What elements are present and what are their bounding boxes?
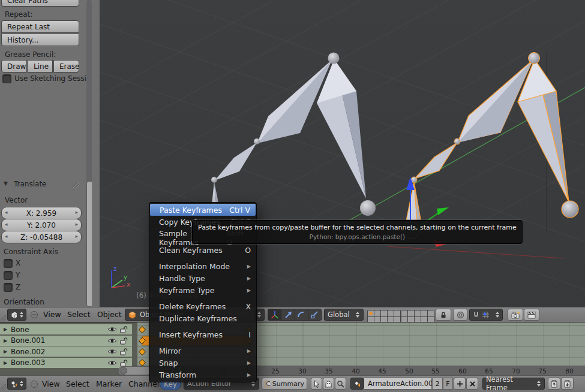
- region-corner-grip[interactable]: [1, 383, 7, 390]
- magnet-icon: [472, 311, 480, 319]
- action-users-count[interactable]: 2: [432, 378, 443, 390]
- manipulator-enable-button[interactable]: [268, 309, 281, 321]
- visibility-eye-icon[interactable]: [107, 348, 117, 355]
- menu-item-transform[interactable]: Transform ▶: [149, 369, 256, 381]
- action-name-field[interactable]: ArmatureAction.001: [364, 378, 432, 390]
- expand-triangle-icon[interactable]: ▶: [0, 338, 11, 343]
- paste-keyframes-tooltip: Paste keyframes from copy/paste buffer f…: [192, 220, 523, 244]
- grease-erase-button[interactable]: Erase: [53, 60, 79, 73]
- menu-item-interpolation-mode[interactable]: Interpolation Mode ▶: [149, 260, 256, 272]
- dope-menu-marker[interactable]: Marker: [96, 379, 122, 388]
- snap-widget-group[interactable]: [469, 309, 503, 321]
- lock-icon: [440, 311, 447, 319]
- dope-menu-view[interactable]: View: [42, 379, 60, 388]
- region-corner-grip[interactable]: [1, 314, 7, 321]
- menu-item-paste-keyframes[interactable]: Paste Keyframes Ctrl V: [150, 204, 256, 216]
- lock-to-scene-button[interactable]: [436, 309, 451, 321]
- menu-item-delete-keyframes[interactable]: Delete Keyframes X: [149, 300, 256, 312]
- orientation-dropdown[interactable]: Global: [324, 309, 364, 321]
- proportional-edit-button[interactable]: [453, 309, 467, 321]
- dope-menu-select[interactable]: Select: [66, 379, 89, 388]
- vector-y-slider[interactable]: ◂ Y: 2.070 ▸: [1, 219, 82, 231]
- ghost-filter-button[interactable]: [323, 378, 334, 390]
- channel-lock-open-icon[interactable]: [119, 325, 128, 333]
- viewport-editor-icon: [11, 311, 17, 319]
- clear-paths-button[interactable]: Clear Paths: [1, 0, 79, 7]
- toolshelf-scrollbar-thumb[interactable]: [86, 181, 93, 307]
- editor-type-selector[interactable]: [7, 378, 26, 390]
- snap-mode-dropdown[interactable]: Nearest Frame: [482, 378, 545, 390]
- viewport-menu-object[interactable]: Object: [97, 310, 122, 319]
- layer-cell-active[interactable]: [368, 310, 374, 316]
- translate-manipulator-button[interactable]: [281, 309, 294, 321]
- menu-item-mirror[interactable]: Mirror ▶: [149, 345, 256, 357]
- channel-row-bone[interactable]: ▶ Bone: [0, 324, 132, 334]
- panel-drag-grip[interactable]: [71, 180, 79, 188]
- fake-user-button[interactable]: F: [443, 378, 453, 390]
- opengl-render-still-button[interactable]: [508, 309, 523, 321]
- scale-icon: [310, 310, 319, 319]
- history-button[interactable]: History...: [1, 34, 79, 46]
- viewport-menu-view[interactable]: View: [43, 310, 61, 319]
- armature-right-selected[interactable]: [406, 53, 578, 221]
- summary-toggle[interactable]: Summary: [262, 378, 307, 390]
- panel-collapse-triangle[interactable]: ▼: [4, 180, 8, 186]
- opengl-render-anim-button[interactable]: [524, 309, 539, 321]
- select-cursor-filter-button[interactable]: [311, 378, 322, 390]
- visibility-eye-icon[interactable]: [107, 326, 117, 333]
- rotate-manipulator-button[interactable]: [295, 309, 308, 321]
- grease-line-button[interactable]: Line: [28, 60, 53, 73]
- tool-shelf: Clear Paths Repeat: Repeat Last History.…: [0, 0, 100, 307]
- slider-left-arrow-icon[interactable]: ◂: [5, 221, 8, 227]
- constraint-y-checkbox[interactable]: [4, 271, 13, 280]
- manipulator-y-arrowhead[interactable]: [437, 207, 449, 215]
- slider-left-arrow-icon[interactable]: ◂: [5, 233, 8, 239]
- constraint-z-checkbox[interactable]: [4, 283, 13, 292]
- slider-left-arrow-icon[interactable]: ◂: [5, 209, 8, 215]
- new-action-button[interactable]: [454, 378, 466, 390]
- collapse-menus-icon[interactable]: −: [31, 381, 38, 388]
- clapperboard-icon: [527, 311, 536, 319]
- expand-triangle-icon[interactable]: ▶: [0, 360, 11, 366]
- menu-item-duplicate-keyframes[interactable]: Duplicate Keyframes: [149, 312, 256, 324]
- menu-item-insert-keyframes[interactable]: Insert Keyframes I: [149, 328, 256, 340]
- channel-row-bone-003[interactable]: ▶ Bone.003: [0, 358, 132, 368]
- translate-arrow-icon: [284, 310, 292, 319]
- sketching-session-checkbox[interactable]: [2, 74, 11, 83]
- clipboard-paste-icon: [563, 379, 571, 388]
- menu-item-keyframe-type[interactable]: Keyframe Type ▶: [149, 284, 256, 296]
- slider-right-arrow-icon[interactable]: ▸: [75, 209, 78, 215]
- slider-right-arrow-icon[interactable]: ▸: [75, 233, 78, 239]
- channel-row-bone-002[interactable]: ▶ Bone.002: [0, 346, 132, 357]
- updown-arrows-icon: [534, 380, 541, 387]
- copy-keyframes-button[interactable]: [548, 378, 560, 390]
- proportional-circle-icon: [457, 311, 464, 319]
- visibility-eye-icon[interactable]: [107, 360, 117, 366]
- editor-type-selector[interactable]: [7, 309, 26, 321]
- repeat-last-button[interactable]: Repeat Last: [1, 20, 79, 33]
- menu-item-handle-type[interactable]: Handle Type ▶: [149, 272, 256, 284]
- viewport-menu-select[interactable]: Select: [67, 310, 91, 319]
- grease-draw-button[interactable]: Draw: [1, 60, 27, 73]
- slider-right-arrow-icon[interactable]: ▸: [75, 221, 78, 227]
- expand-triangle-icon[interactable]: ▶: [0, 327, 11, 332]
- search-filter-button[interactable]: [335, 378, 346, 390]
- cursor-arrow-icon: [313, 380, 320, 388]
- vector-z-slider[interactable]: ◂ Z: -0.05488 ▸: [1, 231, 82, 243]
- visibility-eye-icon[interactable]: [107, 337, 117, 344]
- channel-lock-open-icon[interactable]: [119, 337, 128, 345]
- paste-keyframes-button[interactable]: [561, 378, 574, 390]
- channel-row-bone-001[interactable]: ▶ Bone.001: [0, 336, 132, 346]
- expand-triangle-icon[interactable]: ▶: [0, 349, 11, 354]
- scale-manipulator-button[interactable]: [308, 309, 321, 321]
- channel-lock-open-icon[interactable]: [119, 359, 128, 367]
- menu-item-snap[interactable]: Snap ▶: [149, 357, 256, 369]
- vector-x-slider[interactable]: ◂ X: 2.959 ▸: [1, 207, 82, 219]
- scrollbar-zoom-handle[interactable]: [119, 367, 127, 375]
- armature-left[interactable]: [211, 53, 376, 216]
- action-datablock-icon-box[interactable]: [350, 378, 364, 390]
- unlink-action-button[interactable]: [466, 378, 478, 390]
- channel-lock-open-icon[interactable]: [119, 348, 128, 355]
- collapse-menus-icon[interactable]: −: [31, 311, 38, 318]
- constraint-x-checkbox[interactable]: [4, 259, 13, 268]
